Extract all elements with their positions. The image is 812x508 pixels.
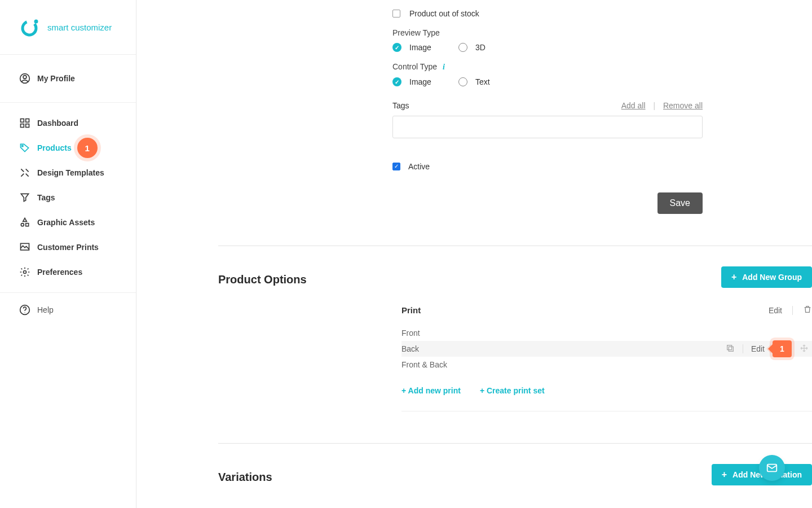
tag-icon [19, 142, 30, 154]
group-name: Print [401, 305, 421, 315]
info-icon[interactable]: i [443, 63, 445, 71]
gear-icon [19, 266, 30, 278]
shapes-icon [19, 217, 30, 228]
tags-bulk-actions: Add all | Remove all [621, 101, 703, 110]
svg-point-8 [22, 145, 24, 147]
sidebar-item-label: Dashboard [37, 119, 78, 128]
sidebar-item-label: Design Templates [37, 168, 104, 177]
separator [743, 344, 743, 353]
svg-rect-10 [26, 224, 29, 226]
preview-type-image-radio[interactable] [392, 43, 401, 52]
option-edit-link[interactable]: Edit [751, 344, 765, 353]
funnel-icon [19, 192, 30, 203]
preview-type-3d-radio[interactable] [458, 43, 467, 52]
brand-name: smart customizer [47, 23, 112, 32]
active-label: Active [408, 162, 430, 171]
sidebar-item-label: Customer Prints [37, 243, 99, 252]
tags-remove-all-link[interactable]: Remove all [663, 101, 703, 110]
move-icon[interactable] [800, 344, 809, 354]
image-icon [19, 242, 30, 253]
save-button[interactable]: Save [657, 192, 703, 214]
out-of-stock-checkbox[interactable] [392, 10, 400, 17]
brand-logo[interactable]: smart customizer [0, 0, 136, 55]
preview-type-label: Preview Type [392, 28, 703, 37]
create-print-set-link[interactable]: + Create print set [480, 386, 545, 395]
svg-point-3 [23, 76, 27, 79]
logo-icon [19, 17, 39, 37]
sidebar-item-profile[interactable]: My Profile [0, 59, 136, 98]
preview-type-group: Image 3D [392, 43, 703, 52]
svg-point-1 [34, 20, 38, 24]
sidebar-item-preferences[interactable]: Preferences [0, 260, 136, 284]
plus-icon: + [722, 470, 727, 480]
step-marker: 1 [773, 340, 792, 357]
trash-icon[interactable] [803, 305, 812, 316]
plus-icon: + [731, 272, 736, 282]
sidebar-item-label: My Profile [37, 74, 75, 83]
control-type-image-radio[interactable] [392, 77, 401, 86]
active-checkbox[interactable] [392, 163, 400, 170]
option-row[interactable]: Front & Back [401, 357, 812, 373]
radio-label: 3D [475, 43, 486, 52]
tags-label: Tags [392, 101, 409, 110]
sidebar-item-label: Help [37, 305, 54, 314]
sidebar: smart customizer My Profile Dashboard [0, 0, 136, 508]
svg-point-9 [21, 224, 24, 226]
option-label: Front & Back [401, 360, 447, 369]
radio-label: Image [409, 77, 431, 86]
user-icon [19, 73, 30, 84]
option-group: Print Edit Front [392, 300, 812, 411]
svg-rect-16 [727, 345, 732, 349]
sidebar-item-dashboard[interactable]: Dashboard [0, 111, 136, 135]
sidebar-item-graphic-assets[interactable]: Graphic Assets [0, 210, 136, 235]
add-new-print-link[interactable]: + Add new print [401, 386, 461, 395]
mail-icon [766, 462, 778, 474]
control-type-group: Image Text [392, 77, 703, 86]
sidebar-item-products[interactable]: Products 1 [0, 135, 136, 160]
svg-point-14 [24, 312, 25, 313]
svg-point-12 [24, 271, 27, 274]
sidebar-item-design-templates[interactable]: Design Templates [0, 160, 136, 185]
product-options-title: Product Options [218, 266, 392, 411]
button-label: Add New Group [742, 273, 802, 282]
duplicate-icon[interactable] [726, 344, 735, 354]
tools-icon [19, 167, 30, 178]
sidebar-item-label: Preferences [37, 268, 82, 277]
control-type-label-text: Control Type [392, 62, 437, 71]
separator [792, 306, 793, 315]
svg-rect-15 [729, 347, 733, 351]
svg-rect-4 [21, 119, 24, 122]
option-label: Back [401, 344, 419, 353]
control-type-text-radio[interactable] [458, 77, 467, 86]
help-icon [19, 304, 30, 316]
radio-label: Text [475, 77, 490, 86]
svg-rect-6 [21, 124, 24, 128]
sidebar-item-label: Graphic Assets [37, 218, 95, 227]
svg-rect-5 [26, 119, 29, 122]
section-divider [218, 246, 812, 246]
out-of-stock-label: Product out of stock [409, 9, 479, 18]
step-badge: 1 [77, 138, 98, 158]
svg-rect-7 [26, 124, 29, 128]
variations-title: Variations [218, 464, 392, 498]
add-new-group-button[interactable]: + Add New Group [721, 266, 812, 288]
dashboard-icon [19, 117, 30, 129]
option-row[interactable]: Front [401, 325, 812, 341]
main-content: Product out of stock Preview Type Image … [136, 0, 812, 508]
section-divider [218, 443, 812, 444]
sidebar-item-tags[interactable]: Tags [0, 185, 136, 210]
sidebar-item-label: Tags [37, 193, 55, 202]
radio-label: Image [409, 43, 431, 52]
option-label: Front [401, 329, 420, 338]
tags-add-all-link[interactable]: Add all [621, 101, 646, 110]
option-row[interactable]: Back Edit 1 [401, 341, 812, 357]
control-type-label: Control Type i [392, 62, 703, 72]
group-edit-link[interactable]: Edit [769, 306, 782, 315]
sidebar-item-label: Products [37, 143, 72, 152]
sidebar-item-customer-prints[interactable]: Customer Prints [0, 235, 136, 260]
chat-fab[interactable] [759, 455, 785, 481]
sidebar-item-help[interactable]: Help [0, 297, 136, 322]
tags-input[interactable] [392, 116, 703, 138]
